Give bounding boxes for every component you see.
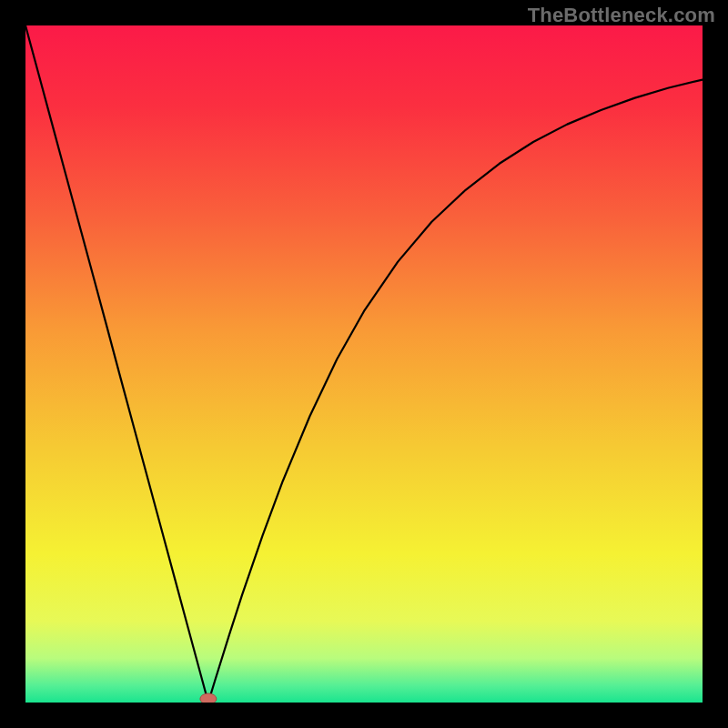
minimum-marker [200, 693, 217, 703]
plot-area [25, 25, 703, 703]
chart-frame: TheBottleneck.com [0, 0, 728, 728]
chart-svg [25, 25, 703, 703]
gradient-background [25, 25, 703, 703]
attribution-watermark: TheBottleneck.com [528, 4, 715, 27]
